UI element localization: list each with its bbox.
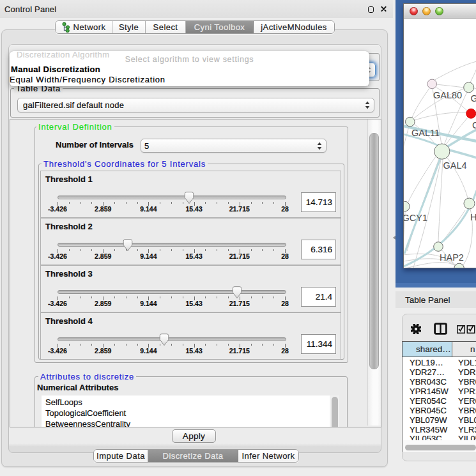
svg-text:HAP2: HAP2 bbox=[440, 252, 464, 263]
svg-text:GA: GA bbox=[471, 93, 476, 104]
svg-text:GCY1: GCY1 bbox=[404, 213, 427, 223]
svg-text:GAL11: GAL11 bbox=[411, 128, 440, 138]
svg-text:C: C bbox=[472, 120, 476, 130]
svg-text:H: H bbox=[470, 212, 476, 222]
svg-text:GAL80: GAL80 bbox=[433, 90, 462, 100]
svg-text:GAL4: GAL4 bbox=[443, 160, 467, 171]
